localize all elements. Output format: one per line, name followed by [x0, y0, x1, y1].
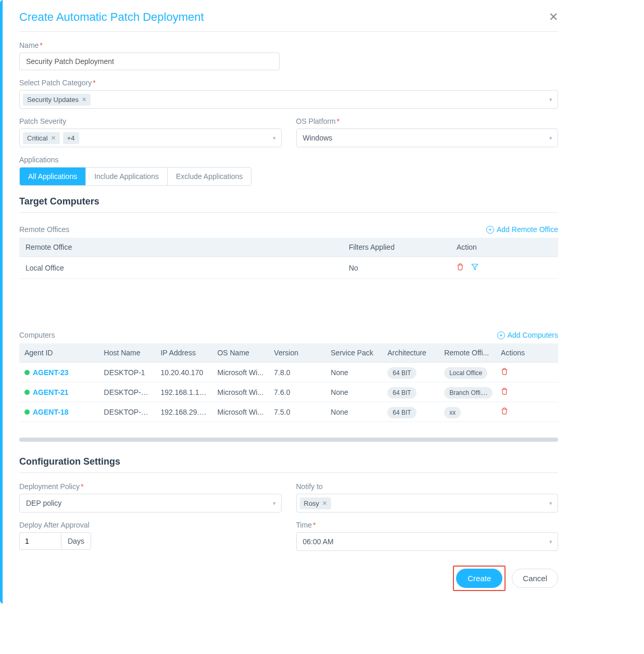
cancel-button[interactable]: Cancel [512, 569, 558, 588]
computers-table: Agent ID Host Name IP Address OS Name Ve… [19, 343, 558, 422]
approval-value-input[interactable] [19, 532, 61, 550]
name-input[interactable] [19, 53, 280, 70]
trash-icon[interactable] [501, 388, 508, 396]
modal-header: Create Automatic Patch Deployment ✕ [19, 10, 558, 32]
os-select[interactable]: Windows ▾ [296, 129, 559, 147]
col-action: Action [450, 238, 558, 257]
remove-tag-icon[interactable]: ✕ [51, 135, 56, 142]
remote-offices-label: Remote Offices [19, 225, 69, 234]
target-title: Target Computers [19, 196, 558, 213]
remove-tag-icon[interactable]: ✕ [82, 96, 86, 103]
status-dot [24, 390, 30, 395]
tab-include-applications[interactable]: Include Applications [86, 168, 168, 185]
col-remote-office: Remote Offi... [439, 343, 496, 363]
add-computers-link[interactable]: + Add Computers [497, 331, 558, 339]
notify-label: Notify to [296, 482, 559, 491]
chevron-down-icon: ▾ [549, 135, 552, 142]
filter-icon[interactable] [471, 264, 478, 272]
chevron-down-icon: ▾ [273, 500, 276, 507]
time-select[interactable]: 06:00 AM ▾ [296, 532, 559, 551]
table-row: AGENT-21DESKTOP-M...192.168.1.141Microso… [19, 382, 558, 402]
horizontal-scrollbar[interactable] [19, 438, 558, 442]
approval-days-input: Days [19, 532, 91, 550]
os-label: OS Platform* [296, 117, 559, 125]
severity-tag[interactable]: Critical ✕ [23, 132, 60, 144]
agent-link[interactable]: AGENT-18 [33, 408, 68, 416]
remote-offices-table: Remote Office Filters Applied Action Loc… [19, 238, 558, 279]
config-title: Configuration Settings [19, 456, 558, 473]
apps-label: Applications [19, 156, 558, 164]
tab-exclude-applications[interactable]: Exclude Applications [168, 168, 251, 185]
highlight-create: Create [453, 566, 506, 591]
chevron-down-icon: ▾ [549, 500, 552, 507]
category-tag[interactable]: Security Updates ✕ [23, 94, 91, 106]
approval-label: Deploy After Approval [19, 521, 282, 529]
col-architecture: Architecture [382, 343, 439, 363]
status-dot [24, 370, 30, 375]
time-label: Time* [296, 521, 559, 529]
add-remote-office-link[interactable]: + Add Remote Office [486, 225, 558, 234]
col-service-pack: Service Pack [325, 343, 382, 363]
col-filters-applied: Filters Applied [343, 238, 450, 257]
col-version: Version [269, 343, 325, 363]
plus-icon: + [497, 331, 505, 339]
notify-tag[interactable]: Rosy ✕ [300, 497, 332, 509]
plus-icon: + [486, 226, 494, 234]
trash-icon[interactable] [501, 408, 508, 416]
severity-more-tag[interactable]: +4 [63, 132, 79, 144]
close-icon[interactable]: ✕ [549, 10, 558, 24]
col-host-name: Host Name [99, 343, 156, 363]
col-actions: Actions [496, 343, 558, 363]
col-agent-id: Agent ID [19, 343, 99, 363]
chevron-down-icon: ▾ [549, 538, 552, 545]
arch-badge: 64 BIT [387, 387, 416, 399]
status-dot [24, 409, 30, 415]
col-ip-address: IP Address [155, 343, 212, 363]
approval-unit: Days [61, 532, 91, 550]
chevron-down-icon: ▾ [273, 135, 276, 142]
arch-badge: 64 BIT [387, 367, 416, 379]
computers-label: Computers [19, 331, 55, 339]
trash-icon[interactable] [501, 368, 508, 377]
name-label: Name* [19, 41, 558, 49]
category-select[interactable]: Security Updates ✕ ▾ [19, 90, 558, 109]
notify-select[interactable]: Rosy ✕ ▾ [296, 494, 559, 512]
table-row: AGENT-23DESKTOP-110.20.40.170Microsoft W… [19, 363, 558, 382]
agent-link[interactable]: AGENT-23 [33, 368, 68, 377]
trash-icon[interactable] [457, 264, 466, 272]
apps-tabs: All Applications Include Applications Ex… [19, 167, 251, 186]
policy-select[interactable]: DEP policy ▾ [19, 494, 282, 512]
tab-all-applications[interactable]: All Applications [20, 168, 86, 185]
severity-label: Patch Severity [19, 117, 282, 125]
category-label: Select Patch Category* [19, 79, 558, 87]
modal-title: Create Automatic Patch Deployment [19, 10, 204, 24]
table-row: Local Office No [19, 257, 558, 279]
footer: Create Cancel [19, 566, 558, 591]
col-os-name: OS Name [212, 343, 269, 363]
remove-tag-icon[interactable]: ✕ [322, 500, 327, 507]
remote-office-badge: xx [444, 407, 461, 418]
arch-badge: 64 BIT [387, 407, 416, 418]
modal-create-patch-deployment: Create Automatic Patch Deployment ✕ Name… [0, 0, 573, 604]
severity-select[interactable]: Critical ✕ +4 ▾ [19, 129, 282, 147]
col-remote-office: Remote Office [19, 238, 343, 257]
remote-office-badge: Branch Office [444, 387, 492, 399]
table-row: AGENT-18DESKTOP-G5...192.168.29.26Micros… [19, 402, 558, 422]
create-button[interactable]: Create [456, 569, 502, 588]
remote-office-badge: Local Office [444, 367, 487, 379]
agent-link[interactable]: AGENT-21 [33, 388, 68, 396]
chevron-down-icon: ▾ [549, 96, 552, 103]
policy-label: Deployment Policy* [19, 482, 282, 491]
